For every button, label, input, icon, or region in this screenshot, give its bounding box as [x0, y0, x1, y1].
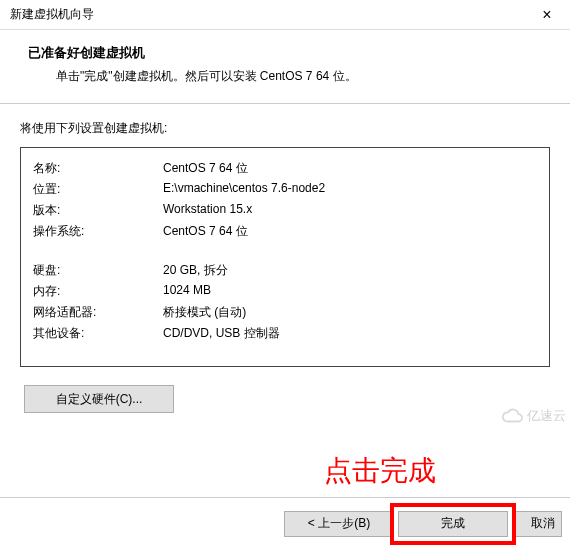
setting-value: 20 GB, 拆分	[163, 260, 537, 281]
settings-table: 名称: CentOS 7 64 位 位置: E:\vmachine\centos…	[33, 158, 537, 344]
setting-value: 1024 MB	[163, 281, 537, 302]
setting-label: 位置:	[33, 179, 163, 200]
table-row: 位置: E:\vmachine\centos 7.6-node2	[33, 179, 537, 200]
settings-summary-box: 名称: CentOS 7 64 位 位置: E:\vmachine\centos…	[20, 147, 550, 367]
setting-label: 其他设备:	[33, 323, 163, 344]
setting-label: 名称:	[33, 158, 163, 179]
table-row: 名称: CentOS 7 64 位	[33, 158, 537, 179]
setting-value: E:\vmachine\centos 7.6-node2	[163, 179, 537, 200]
table-row: 版本: Workstation 15.x	[33, 200, 537, 221]
titlebar: 新建虚拟机向导 ×	[0, 0, 570, 30]
setting-label: 网络适配器:	[33, 302, 163, 323]
wizard-footer: < 上一步(B) 完成 取消	[0, 497, 570, 549]
setting-value: 桥接模式 (自动)	[163, 302, 537, 323]
back-button[interactable]: < 上一步(B)	[284, 511, 394, 537]
settings-intro: 将使用下列设置创建虚拟机:	[20, 120, 550, 137]
wizard-header: 已准备好创建虚拟机 单击"完成"创建虚拟机。然后可以安装 CentOS 7 64…	[0, 30, 570, 104]
wizard-header-title: 已准备好创建虚拟机	[28, 44, 550, 62]
table-spacer	[33, 242, 537, 260]
wizard-content: 将使用下列设置创建虚拟机: 名称: CentOS 7 64 位 位置: E:\v…	[0, 104, 570, 413]
close-icon: ×	[542, 6, 551, 24]
setting-label: 操作系统:	[33, 221, 163, 242]
table-row: 网络适配器: 桥接模式 (自动)	[33, 302, 537, 323]
cancel-button[interactable]: 取消	[512, 511, 562, 537]
setting-value: Workstation 15.x	[163, 200, 537, 221]
table-row: 硬盘: 20 GB, 拆分	[33, 260, 537, 281]
setting-label: 版本:	[33, 200, 163, 221]
setting-value: CD/DVD, USB 控制器	[163, 323, 537, 344]
annotation-text: 点击完成	[324, 452, 436, 490]
customize-hardware-button[interactable]: 自定义硬件(C)...	[24, 385, 174, 413]
wizard-header-description: 单击"完成"创建虚拟机。然后可以安装 CentOS 7 64 位。	[28, 68, 550, 85]
setting-value: CentOS 7 64 位	[163, 158, 537, 179]
finish-button[interactable]: 完成	[398, 511, 508, 537]
setting-value: CentOS 7 64 位	[163, 221, 537, 242]
table-row: 其他设备: CD/DVD, USB 控制器	[33, 323, 537, 344]
window-title: 新建虚拟机向导	[10, 6, 94, 23]
setting-label: 内存:	[33, 281, 163, 302]
table-row: 内存: 1024 MB	[33, 281, 537, 302]
table-row: 操作系统: CentOS 7 64 位	[33, 221, 537, 242]
setting-label: 硬盘:	[33, 260, 163, 281]
close-button[interactable]: ×	[524, 0, 570, 30]
